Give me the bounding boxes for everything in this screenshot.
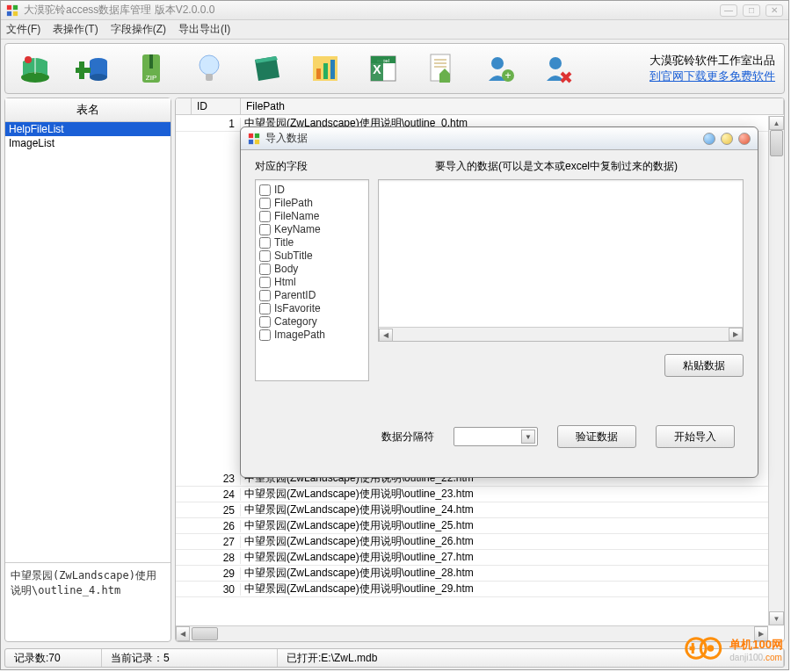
watermark: 单机100网 danji100.com — [684, 635, 783, 664]
svg-rect-18 — [323, 63, 328, 79]
table-list-item[interactable]: HelpFileList — [5, 122, 171, 136]
table-list[interactable]: HelpFileListImageList — [5, 122, 171, 562]
dialog-fields-header: 对应的字段 — [255, 159, 369, 174]
chevron-down-icon[interactable]: ▼ — [521, 430, 535, 444]
menu-table-ops[interactable]: 表操作(T) — [53, 22, 98, 37]
toolbar-user-remove-icon[interactable] — [536, 47, 578, 90]
app-icon — [6, 4, 18, 17]
svg-rect-35 — [249, 139, 253, 143]
close-button[interactable]: ✕ — [766, 4, 783, 17]
status-current-record: 当前记录：5 — [102, 649, 278, 667]
grid-horizontal-scrollbar[interactable]: ◀ ▶ — [176, 625, 768, 641]
dialog-minimize-button[interactable] — [703, 133, 715, 145]
promo-link[interactable]: 到官网下载更多免费软件 — [649, 69, 775, 83]
field-checkbox[interactable] — [259, 237, 271, 249]
toolbar-zip-icon[interactable]: ZIP — [130, 47, 172, 90]
table-row[interactable]: 30中望景园(ZwLandscape)使用说明\outline_29.htm — [176, 582, 768, 597]
field-checkbox-item[interactable]: FileName — [259, 210, 365, 223]
svg-rect-41 — [692, 643, 694, 654]
field-checkbox[interactable] — [259, 290, 271, 301]
separator-combobox[interactable]: ▼ — [454, 427, 538, 446]
table-row[interactable]: 26中望景园(ZwLandscape)使用说明\outline_25.htm — [176, 518, 768, 534]
table-list-item[interactable]: ImageList — [5, 136, 171, 150]
grid-header-filepath[interactable]: FilePath — [241, 98, 784, 114]
svg-text:+: + — [504, 69, 511, 82]
maximize-button[interactable]: □ — [743, 4, 760, 17]
field-checkbox[interactable] — [259, 198, 271, 209]
field-checkbox-item[interactable]: SubTitle — [259, 249, 365, 263]
svg-point-29 — [491, 57, 504, 69]
grid-vertical-scrollbar[interactable]: ▲ ▼ — [768, 116, 784, 625]
field-checkbox[interactable] — [259, 211, 271, 222]
field-checkbox[interactable] — [259, 277, 271, 288]
minimize-button[interactable]: — — [720, 4, 737, 17]
dialog-title: 导入数据 — [265, 131, 703, 146]
menu-file[interactable]: 文件(F) — [6, 22, 40, 37]
toolbar-book2-icon[interactable] — [246, 47, 288, 90]
svg-rect-17 — [316, 69, 321, 79]
scroll-left-arrow-icon[interactable]: ◀ — [379, 329, 393, 342]
svg-rect-19 — [330, 60, 335, 79]
svg-rect-10 — [76, 68, 91, 73]
promo-text: 大漠驼铃软件工作室出品 到官网下载更多免费软件 — [649, 53, 775, 84]
table-row[interactable]: 28中望景园(ZwLandscape)使用说明\outline_27.htm — [176, 550, 768, 566]
import-dialog: 导入数据 对应的字段 要导入的数据(可以是文本或excel中复制过来的数据) I… — [240, 126, 758, 478]
field-checkbox-item[interactable]: ID — [259, 184, 365, 197]
scroll-thumb[interactable] — [770, 130, 783, 156]
scroll-left-arrow-icon[interactable]: ◀ — [176, 626, 190, 641]
watermark-line1: 单机100网 — [729, 637, 783, 653]
field-checkbox-item[interactable]: ImagePath — [259, 329, 365, 342]
dialog-maximize-button[interactable] — [721, 133, 733, 145]
field-checkbox-item[interactable]: ParentID — [259, 289, 365, 302]
dialog-titlebar[interactable]: 导入数据 — [241, 127, 758, 150]
field-checkbox-item[interactable]: Body — [259, 263, 365, 276]
scroll-down-arrow-icon[interactable]: ▼ — [769, 611, 784, 625]
watermark-logo-icon — [684, 635, 724, 664]
svg-rect-12 — [149, 54, 153, 69]
svg-point-5 — [25, 56, 32, 63]
dialog-close-button[interactable] — [738, 133, 751, 145]
field-checkbox-item[interactable]: Html — [259, 276, 365, 289]
menu-export[interactable]: 导出导出(I) — [178, 22, 230, 37]
field-checkbox[interactable] — [259, 303, 271, 314]
field-checklist[interactable]: IDFilePathFileNameKeyNameTitleSubTitleBo… — [255, 179, 369, 381]
scroll-thumb-h[interactable] — [192, 627, 218, 640]
table-row[interactable]: 29中望景园(ZwLandscape)使用说明\outline_28.htm — [176, 566, 768, 582]
toolbar-user-add-icon[interactable]: + — [478, 47, 520, 90]
svg-text:X: X — [373, 62, 381, 76]
field-checkbox-item[interactable]: Title — [259, 236, 365, 249]
field-checkbox[interactable] — [259, 316, 271, 328]
start-import-button[interactable]: 开始导入 — [656, 425, 735, 448]
toolbar: ZIP excelX + 大漠驼铃软件工作室出品 到官网下载更多免费软件 — [4, 43, 785, 94]
field-checkbox[interactable] — [259, 184, 271, 196]
scroll-up-arrow-icon[interactable]: ▲ — [769, 116, 784, 130]
field-checkbox-item[interactable]: IsFavorite — [259, 302, 365, 315]
toolbar-add-db-icon[interactable] — [72, 47, 114, 90]
field-checkbox-item[interactable]: KeyName — [259, 223, 365, 236]
paste-data-button[interactable]: 粘贴数据 — [664, 354, 744, 377]
toolbar-excel-icon[interactable]: excelX — [362, 47, 404, 90]
field-checkbox[interactable] — [259, 250, 271, 262]
field-checkbox[interactable] — [259, 224, 271, 235]
toolbar-book-icon[interactable] — [14, 47, 56, 90]
svg-rect-2 — [7, 11, 11, 15]
menu-field-ops[interactable]: 字段操作(Z) — [111, 22, 166, 37]
scroll-right-arrow-icon[interactable]: ▶ — [729, 328, 743, 341]
paste-horizontal-scrollbar[interactable]: ◀ ▶ — [379, 327, 743, 341]
field-checkbox-item[interactable]: FilePath — [259, 197, 365, 210]
paste-textarea[interactable]: ◀ ▶ — [378, 179, 744, 342]
field-checkbox-item[interactable]: Category — [259, 315, 365, 329]
table-row[interactable]: 25中望景园(ZwLandscape)使用说明\outline_24.htm — [176, 502, 768, 518]
toolbar-bulb-icon[interactable] — [188, 47, 230, 90]
svg-rect-3 — [13, 11, 18, 15]
field-checkbox[interactable] — [259, 264, 271, 275]
field-checkbox[interactable] — [259, 329, 271, 341]
table-row[interactable]: 24中望景园(ZwLandscape)使用说明\outline_23.htm — [176, 487, 768, 502]
table-row[interactable]: 27中望景园(ZwLandscape)使用说明\outline_26.htm — [176, 534, 768, 550]
toolbar-doc-icon[interactable] — [420, 47, 462, 90]
grid-header-selector[interactable] — [176, 98, 192, 114]
grid-header-id[interactable]: ID — [192, 98, 241, 114]
toolbar-chart-icon[interactable] — [304, 47, 346, 90]
verify-data-button[interactable]: 验证数据 — [557, 425, 636, 448]
svg-rect-0 — [7, 4, 11, 9]
